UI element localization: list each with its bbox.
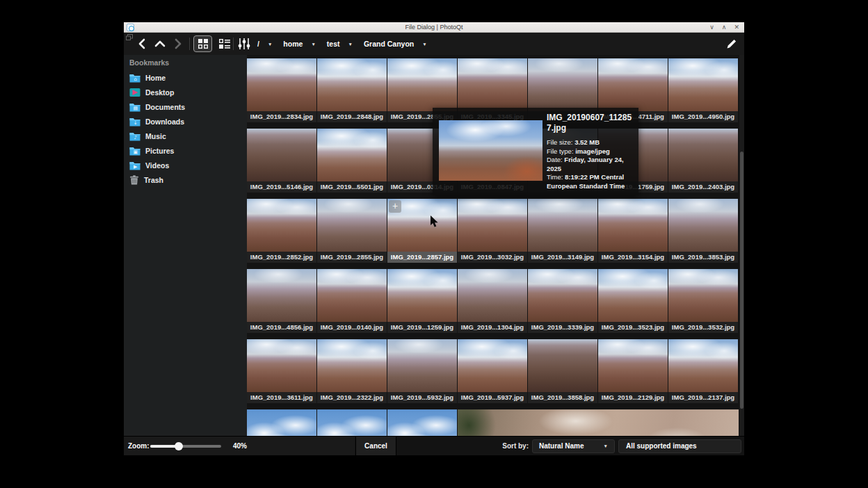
file-item[interactable]: IMG_2019...2322.jpg — [317, 339, 387, 403]
file-item[interactable]: IMG_2019...3149.jpg — [528, 199, 597, 263]
sidebar-item-music[interactable]: ♪Music — [129, 130, 166, 143]
breadcrumb-item-grand-canyon[interactable]: Grand Canyon — [364, 40, 414, 48]
file-item[interactable]: IMG_2019...2855.jpg — [317, 199, 387, 263]
file-item[interactable]: IMG_2019...4950.jpg — [668, 58, 738, 122]
file-item[interactable]: IMG_2019...3339.jpg — [528, 269, 597, 333]
file-thumbnail[interactable] — [247, 199, 316, 252]
sidebar-item-documents[interactable]: ▤Documents — [129, 101, 185, 113]
file-thumbnail[interactable] — [668, 129, 738, 181]
file-item[interactable]: IMG_2019...3523.jpg — [598, 269, 668, 333]
file-thumbnail[interactable] — [317, 129, 387, 181]
file-thumbnail[interactable] — [317, 339, 387, 392]
file-thumbnail[interactable] — [387, 339, 457, 392]
file-item[interactable]: IMG_2019...3532.jpg — [668, 269, 738, 333]
sort-dropdown[interactable]: Natural Name — [532, 439, 615, 453]
file-thumbnail[interactable] — [528, 199, 597, 252]
file-thumbnail[interactable] — [528, 269, 597, 322]
maximize-button[interactable]: ∧ — [722, 22, 727, 33]
file-thumbnail[interactable] — [598, 339, 668, 392]
file-item[interactable] — [458, 409, 739, 436]
scrollbar[interactable] — [739, 55, 744, 436]
add-to-selection-button[interactable] — [389, 200, 401, 213]
edit-path-pencil-button[interactable] — [725, 38, 738, 50]
file-thumbnail[interactable] — [668, 58, 738, 111]
popout-icon[interactable] — [126, 34, 133, 40]
file-thumbnail[interactable] — [317, 199, 387, 252]
zoom-slider[interactable] — [150, 445, 221, 448]
titlebar[interactable]: File Dialog | PhotoQt ∨∧✕ — [124, 22, 744, 33]
file-item[interactable]: IMG_2019...1304.jpg — [458, 269, 527, 333]
file-thumbnail[interactable] — [458, 58, 527, 111]
file-item[interactable]: IMG_2019...2137.jpg — [668, 339, 738, 403]
file-item[interactable]: IMG_2019...2129.jpg — [598, 339, 668, 403]
breadcrumb-dropdown-icon[interactable] — [422, 42, 426, 47]
file-item[interactable]: IMG_2019...5932.jpg — [387, 339, 457, 403]
file-item[interactable]: IMG_2019...5937.jpg — [458, 339, 527, 403]
sidebar-item-pictures[interactable]: ▣Pictures — [129, 145, 174, 157]
sidebar-item-desktop[interactable]: Desktop — [129, 86, 174, 99]
file-thumbnail[interactable] — [247, 269, 316, 322]
breadcrumb-item-test[interactable]: test — [327, 40, 340, 48]
up-button[interactable] — [154, 38, 166, 49]
file-item[interactable]: IMG_2019...1259.jpg — [387, 269, 457, 333]
file-item[interactable]: IMG_2019...3858.jpg — [528, 339, 597, 403]
file-thumbnail[interactable] — [528, 339, 597, 392]
file-thumbnail[interactable] — [247, 339, 316, 392]
scrollbar-thumb[interactable] — [740, 152, 744, 409]
file-thumbnail[interactable] — [387, 58, 457, 111]
file-thumbnail[interactable] — [668, 339, 738, 392]
file-thumbnail[interactable] — [317, 269, 387, 322]
close-button[interactable]: ✕ — [734, 22, 739, 33]
sidebar-item-trash[interactable]: Trash — [129, 174, 163, 186]
file-item[interactable] — [247, 409, 316, 436]
file-item[interactable]: IMG_2019...2848.jpg — [317, 58, 387, 122]
file-item[interactable]: IMG_2019...3853.jpg — [668, 199, 738, 263]
file-item[interactable]: IMG_2019...3032.jpg — [458, 199, 527, 263]
file-thumbnail[interactable] — [598, 58, 668, 111]
filters-sliders-button[interactable] — [237, 38, 251, 50]
file-item[interactable]: IMG_2019...3154.jpg — [598, 199, 668, 263]
file-item[interactable]: IMG_2019...2403.jpg — [668, 129, 738, 193]
file-item[interactable]: IMG_2019...5146.jpg — [247, 129, 316, 193]
file-item[interactable]: IMG_2019...3611.jpg — [247, 339, 316, 403]
file-item[interactable]: IMG_2019...2857.jpg — [387, 199, 457, 263]
file-thumbnail[interactable] — [668, 199, 738, 252]
list-view-button[interactable] — [215, 35, 234, 52]
zoom-slider-handle[interactable] — [175, 442, 183, 450]
file-thumbnail[interactable] — [458, 409, 739, 436]
file-thumbnail[interactable] — [387, 269, 457, 322]
file-thumbnail[interactable] — [668, 269, 738, 322]
file-item[interactable]: IMG_2019...5501.jpg — [317, 129, 387, 193]
file-thumbnail[interactable] — [247, 58, 316, 111]
breadcrumb-dropdown-icon[interactable] — [268, 42, 272, 47]
cancel-button[interactable]: Cancel — [355, 437, 396, 455]
file-thumbnail[interactable] — [458, 269, 527, 322]
file-item[interactable]: IMG_2019...2834.jpg — [247, 58, 316, 122]
breadcrumb-dropdown-icon[interactable] — [348, 42, 353, 47]
file-thumbnail[interactable] — [317, 58, 387, 111]
back-button[interactable] — [136, 38, 147, 49]
file-item[interactable] — [317, 409, 387, 436]
grid-view-button[interactable] — [193, 35, 212, 52]
sidebar-item-downloads[interactable]: ↓Downloads — [129, 115, 184, 128]
file-thumbnail[interactable] — [528, 58, 597, 111]
file-thumbnail[interactable] — [247, 409, 316, 436]
breadcrumb-item-home[interactable]: home — [283, 40, 303, 48]
file-thumbnail[interactable] — [458, 339, 527, 392]
breadcrumb-item--[interactable]: / — [257, 40, 259, 48]
sidebar-item-videos[interactable]: ▶Videos — [129, 159, 169, 172]
file-thumbnail[interactable] — [247, 129, 316, 181]
minimize-button[interactable]: ∨ — [709, 22, 714, 33]
file-thumbnail[interactable] — [598, 269, 668, 322]
file-thumbnail[interactable] — [317, 409, 387, 436]
file-item[interactable]: IMG_2019...4856.jpg — [247, 269, 316, 333]
file-item[interactable] — [387, 409, 457, 436]
file-filter-dropdown[interactable]: All supported images — [618, 439, 741, 453]
file-item[interactable]: IMG_2019...2852.jpg — [247, 199, 316, 263]
breadcrumb-dropdown-icon[interactable] — [311, 42, 315, 47]
file-thumbnail[interactable] — [598, 199, 668, 252]
sidebar-item-home[interactable]: ⌂Home — [129, 72, 166, 84]
file-thumbnail[interactable] — [387, 409, 457, 436]
file-item[interactable]: IMG_2019...0140.jpg — [317, 269, 387, 333]
file-thumbnail[interactable] — [458, 199, 527, 252]
